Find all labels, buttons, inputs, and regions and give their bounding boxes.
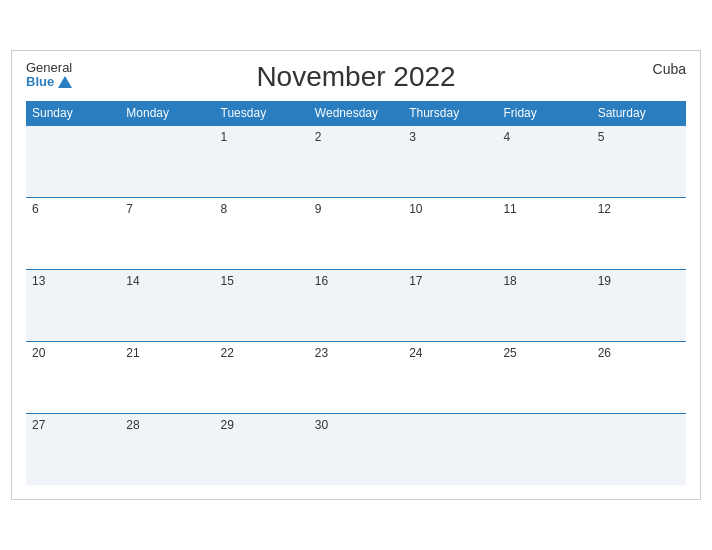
day-number: 18 [503,274,516,288]
day-number: 5 [598,130,605,144]
day-number: 7 [126,202,133,216]
calendar-day-cell: 13 [26,269,120,341]
day-number: 28 [126,418,139,432]
calendar-day-cell: 23 [309,341,403,413]
calendar-day-cell [592,413,686,485]
calendar-day-cell: 11 [497,197,591,269]
calendar-container: General Blue November 2022 Cuba Sunday M… [11,50,701,501]
header-monday: Monday [120,101,214,126]
calendar-day-cell: 17 [403,269,497,341]
calendar-day-cell: 30 [309,413,403,485]
calendar-day-cell: 29 [215,413,309,485]
day-number: 1 [221,130,228,144]
day-number: 13 [32,274,45,288]
calendar-day-cell: 16 [309,269,403,341]
header-thursday: Thursday [403,101,497,126]
calendar-body: 1234567891011121314151617181920212223242… [26,125,686,485]
header-wednesday: Wednesday [309,101,403,126]
logo-triangle-icon [58,76,72,88]
calendar-day-cell: 20 [26,341,120,413]
calendar-day-cell [26,125,120,197]
logo: General Blue [26,61,72,90]
day-number: 3 [409,130,416,144]
calendar-day-cell: 6 [26,197,120,269]
day-number: 23 [315,346,328,360]
calendar-week-row: 6789101112 [26,197,686,269]
country-label: Cuba [653,61,686,77]
calendar-day-cell: 22 [215,341,309,413]
day-number: 24 [409,346,422,360]
day-number: 8 [221,202,228,216]
calendar-day-cell: 7 [120,197,214,269]
calendar-day-cell [403,413,497,485]
calendar-day-cell: 25 [497,341,591,413]
day-number: 4 [503,130,510,144]
calendar-day-cell: 24 [403,341,497,413]
day-number: 9 [315,202,322,216]
calendar-day-cell: 12 [592,197,686,269]
calendar-day-cell: 2 [309,125,403,197]
day-number: 17 [409,274,422,288]
day-number: 26 [598,346,611,360]
calendar-header: General Blue November 2022 Cuba [26,61,686,93]
calendar-day-cell: 15 [215,269,309,341]
day-number: 12 [598,202,611,216]
calendar-table: Sunday Monday Tuesday Wednesday Thursday… [26,101,686,486]
calendar-day-cell: 21 [120,341,214,413]
calendar-day-cell: 28 [120,413,214,485]
day-number: 22 [221,346,234,360]
calendar-week-row: 20212223242526 [26,341,686,413]
calendar-day-cell: 10 [403,197,497,269]
calendar-day-cell: 19 [592,269,686,341]
day-number: 2 [315,130,322,144]
day-number: 25 [503,346,516,360]
calendar-day-cell: 4 [497,125,591,197]
day-number: 11 [503,202,516,216]
calendar-week-row: 12345 [26,125,686,197]
header-sunday: Sunday [26,101,120,126]
calendar-day-cell: 1 [215,125,309,197]
header-friday: Friday [497,101,591,126]
calendar-day-cell: 14 [120,269,214,341]
calendar-title: November 2022 [256,61,455,93]
day-number: 14 [126,274,139,288]
day-number: 27 [32,418,45,432]
day-number: 10 [409,202,422,216]
logo-general-text: General [26,61,72,75]
header-tuesday: Tuesday [215,101,309,126]
calendar-day-cell [120,125,214,197]
calendar-day-cell: 26 [592,341,686,413]
day-number: 19 [598,274,611,288]
calendar-day-cell: 8 [215,197,309,269]
calendar-day-cell [497,413,591,485]
day-number: 20 [32,346,45,360]
day-number: 30 [315,418,328,432]
header-saturday: Saturday [592,101,686,126]
day-number: 29 [221,418,234,432]
calendar-day-cell: 27 [26,413,120,485]
calendar-day-cell: 3 [403,125,497,197]
day-number: 16 [315,274,328,288]
weekday-header-row: Sunday Monday Tuesday Wednesday Thursday… [26,101,686,126]
day-number: 15 [221,274,234,288]
logo-blue-text: Blue [26,75,72,89]
day-number: 21 [126,346,139,360]
calendar-week-row: 27282930 [26,413,686,485]
calendar-week-row: 13141516171819 [26,269,686,341]
day-number: 6 [32,202,39,216]
calendar-day-cell: 5 [592,125,686,197]
calendar-day-cell: 18 [497,269,591,341]
calendar-day-cell: 9 [309,197,403,269]
